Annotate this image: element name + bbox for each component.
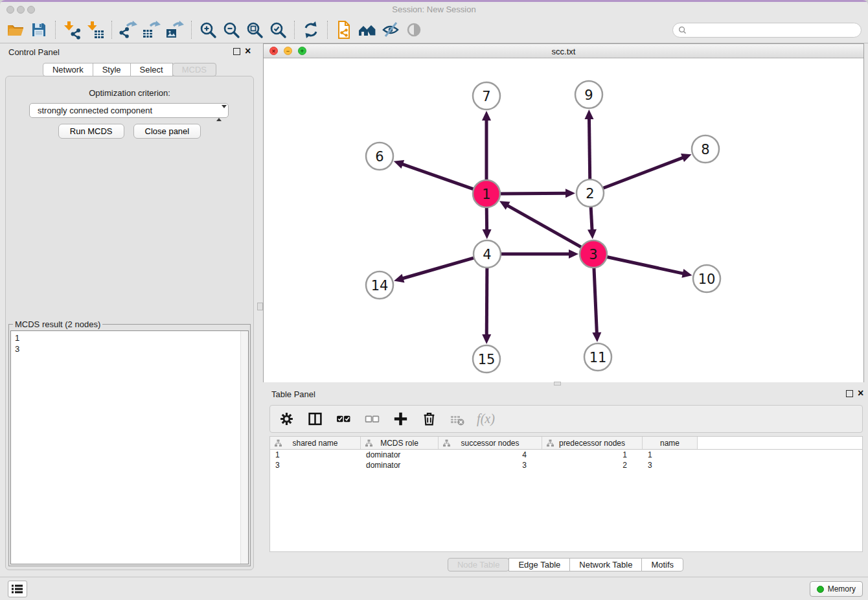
tree-icon <box>274 439 282 447</box>
refresh-layout-icon[interactable] <box>299 19 323 40</box>
task-history-button[interactable] <box>8 581 27 597</box>
hide-selected-icon[interactable] <box>379 19 402 40</box>
vertical-splitter-grip[interactable] <box>257 303 263 310</box>
tab-motifs[interactable]: Motifs <box>641 558 683 571</box>
zoom-out-icon[interactable] <box>220 19 243 40</box>
zoom-selected-icon[interactable] <box>266 19 290 40</box>
toolbar-separator <box>327 21 328 39</box>
node-table: shared name MCDS role successor nodes pr… <box>269 436 863 552</box>
graph-node-10[interactable]: 10 <box>693 265 720 292</box>
duplicate-network-icon[interactable] <box>332 19 356 40</box>
export-table-icon[interactable] <box>140 19 163 40</box>
graph-node-15[interactable]: 15 <box>473 345 500 373</box>
tab-network-table[interactable]: Network Table <box>569 558 642 571</box>
tab-select[interactable]: Select <box>130 63 173 76</box>
export-network-icon[interactable] <box>117 19 140 40</box>
table-header-row: shared name MCDS role successor nodes pr… <box>270 437 862 450</box>
graph-edge-3-10[interactable] <box>606 257 684 273</box>
save-session-icon[interactable] <box>27 19 51 40</box>
column-header-name[interactable]: name <box>643 437 698 449</box>
tab-network[interactable]: Network <box>43 63 93 76</box>
table-options-gear-icon[interactable] <box>275 408 297 430</box>
graph-edge-2-8[interactable] <box>602 157 684 189</box>
graph-edge-3-11[interactable] <box>594 266 597 334</box>
criterion-value: strongly connected component <box>38 106 152 115</box>
close-panel-button[interactable]: Close panel <box>133 124 201 139</box>
graph-node-6[interactable]: 6 <box>366 143 393 170</box>
graph-edge-4-15[interactable] <box>486 266 487 336</box>
column-header-predecessor-nodes[interactable]: predecessor nodes <box>542 437 643 449</box>
import-table-icon[interactable] <box>84 19 107 40</box>
tab-edge-table[interactable]: Edge Table <box>508 558 570 571</box>
window-title: Session: New Session <box>0 5 868 14</box>
deselect-all-icon[interactable] <box>361 408 383 430</box>
column-header-mcds-role[interactable]: MCDS role <box>361 437 439 449</box>
graph-node-8[interactable]: 8 <box>692 135 719 163</box>
tab-mcds[interactable]: MCDS <box>172 63 216 76</box>
graph-edge-2-9[interactable] <box>589 118 589 181</box>
float-panel-icon[interactable] <box>233 48 240 55</box>
mcds-tab-content: Optimization criterion: strongly connect… <box>5 76 254 570</box>
graph-node-9[interactable]: 9 <box>575 81 602 108</box>
tree-icon <box>546 439 554 447</box>
graph-edge-2-3[interactable] <box>591 205 592 231</box>
graph-node-label: 2 <box>586 186 594 202</box>
column-header-successor-nodes[interactable]: successor nodes <box>439 437 542 449</box>
import-network-icon[interactable] <box>60 19 84 40</box>
run-mcds-button[interactable]: Run MCDS <box>58 124 124 139</box>
graph-edge-4-14[interactable] <box>402 257 475 279</box>
graphics-details-icon[interactable] <box>402 19 426 40</box>
search-input[interactable] <box>690 25 856 35</box>
toolbar-separator <box>111 21 112 39</box>
application-window: Session: New Session <box>0 0 868 600</box>
graph-node-label: 8 <box>701 142 709 157</box>
criterion-dropdown[interactable]: strongly connected component <box>29 103 229 118</box>
search-box[interactable] <box>672 23 862 38</box>
control-panel-title: Control Panel <box>8 47 60 57</box>
table-row[interactable]: 3 dominator 3 2 3 <box>270 460 862 470</box>
open-session-icon[interactable] <box>4 19 27 40</box>
add-column-icon[interactable] <box>389 408 411 430</box>
graph-node-3[interactable]: 3 <box>580 240 607 268</box>
graph-node-2[interactable]: 2 <box>577 179 604 207</box>
delete-column-icon[interactable] <box>418 408 440 430</box>
result-scrollbar[interactable] <box>240 331 248 564</box>
function-builder-icon[interactable]: f(x) <box>475 408 497 430</box>
zoom-fit-icon[interactable] <box>243 19 266 40</box>
table-row[interactable]: 1 dominator 4 1 1 <box>270 450 862 460</box>
graph-node-label: 10 <box>698 271 716 287</box>
cell-shared-name: 3 <box>270 461 361 470</box>
graph-node-4[interactable]: 4 <box>474 240 501 268</box>
graph-node-label: 11 <box>589 350 607 365</box>
graph-node-14[interactable]: 14 <box>366 271 393 299</box>
float-table-panel-icon[interactable] <box>846 390 853 397</box>
network-canvas[interactable]: 1234678910111415 <box>264 58 863 382</box>
graph-edge-arrowhead <box>394 160 404 168</box>
graph-node-7[interactable]: 7 <box>473 82 500 110</box>
tab-node-table[interactable]: Node Table <box>448 558 510 571</box>
graph-node-label: 9 <box>584 87 593 103</box>
graph-node-11[interactable]: 11 <box>584 343 611 371</box>
dropdown-chevrons-icon <box>216 106 222 120</box>
network-view-window: × − + scc.txt 1234678910111415 <box>263 43 864 382</box>
close-table-panel-icon[interactable]: × <box>858 387 863 399</box>
graph-edge-1-6[interactable] <box>402 164 475 190</box>
tab-style[interactable]: Style <box>93 63 131 76</box>
column-header-shared-name[interactable]: shared name <box>270 437 361 449</box>
cell-mcds-role: dominator <box>361 461 439 470</box>
select-all-icon[interactable] <box>332 408 354 430</box>
graph-edge-1-2[interactable] <box>499 193 567 194</box>
zoom-in-icon[interactable] <box>196 19 220 40</box>
mcds-result-text[interactable]: 1 3 <box>10 330 249 564</box>
close-panel-icon[interactable]: × <box>245 45 251 57</box>
graph-edge-arrowhead <box>394 274 404 283</box>
first-neighbors-icon[interactable] <box>356 19 379 40</box>
show-columns-icon[interactable] <box>304 408 326 430</box>
graph-edge-3-1[interactable] <box>507 205 582 248</box>
graph-node-1[interactable]: 1 <box>473 180 500 207</box>
export-image-icon[interactable] <box>163 19 187 40</box>
memory-button[interactable]: Memory <box>810 581 863 597</box>
network-window-titlebar[interactable]: × − + scc.txt <box>264 44 863 58</box>
delete-table-icon[interactable] <box>446 408 468 430</box>
graph-node-label: 6 <box>375 149 383 165</box>
